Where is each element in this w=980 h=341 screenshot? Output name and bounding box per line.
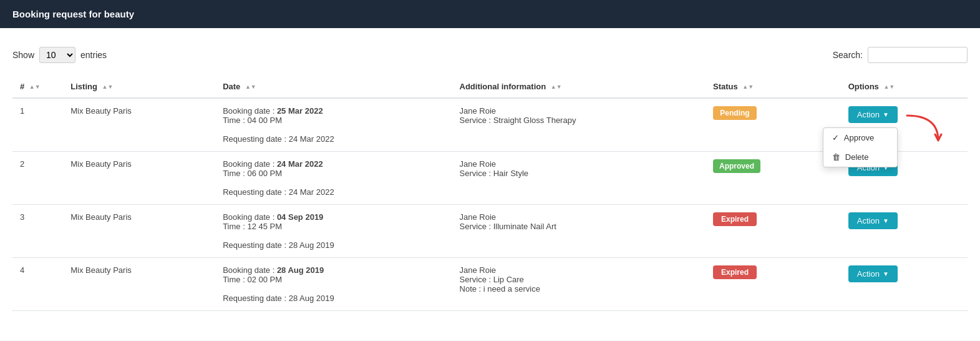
cell-status: Expired — [706, 205, 841, 258]
sort-icon-num[interactable]: ▲▼ — [29, 84, 41, 90]
search-box: Search: — [833, 47, 968, 63]
search-label: Search: — [833, 50, 863, 60]
action-button[interactable]: Action ▼ — [848, 212, 898, 229]
cell-status: Approved — [706, 152, 841, 205]
status-badge: Expired — [713, 265, 757, 279]
main-content: Show 10 25 50 100 entries Search: # ▲▼ L… — [0, 28, 980, 340]
cell-info: Jane RoieService : Straight Gloss Therap… — [452, 98, 706, 152]
table-row: 1Mix Beauty Paris Booking date : 25 Mar … — [12, 98, 968, 152]
col-header-num: # ▲▼ — [12, 76, 63, 98]
cell-options: Action ▼ — [841, 205, 968, 258]
bookings-table: # ▲▼ Listing ▲▼ Date ▲▼ Additional infor… — [12, 76, 968, 311]
show-label: Show — [12, 50, 34, 60]
cell-date: Booking date : 28 Aug 2019 Time : 02 00 … — [215, 258, 452, 311]
status-badge: Approved — [713, 159, 760, 173]
col-header-info: Additional information ▲▼ — [452, 76, 706, 98]
cell-num: 3 — [12, 205, 63, 258]
cell-info: Jane RoieService : Hair Style — [452, 152, 706, 205]
table-row: 4Mix Beauty Paris Booking date : 28 Aug … — [12, 258, 968, 311]
cell-listing: Mix Beauty Paris — [63, 152, 215, 205]
sort-icon-date[interactable]: ▲▼ — [245, 84, 256, 90]
action-wrapper: Action ▼✓ Approve🗑 Delete — [848, 106, 898, 123]
caret-icon: ▼ — [883, 270, 889, 277]
cell-options: Action ▼ — [841, 258, 968, 311]
cell-options: Action ▼✓ Approve🗑 Delete — [841, 98, 968, 152]
action-button[interactable]: Action ▼ — [848, 265, 898, 282]
delete-menu-item[interactable]: 🗑 Delete — [823, 147, 897, 167]
cell-date: Booking date : 25 Mar 2022 Time : 04 00 … — [215, 98, 452, 152]
sort-icon-listing[interactable]: ▲▼ — [102, 84, 114, 90]
search-input[interactable] — [868, 47, 968, 63]
status-badge: Pending — [713, 106, 757, 120]
sort-icon-options[interactable]: ▲▼ — [883, 84, 895, 90]
col-header-date: Date ▲▼ — [215, 76, 452, 98]
cell-num: 2 — [12, 152, 63, 205]
cell-listing: Mix Beauty Paris — [63, 205, 215, 258]
cell-info: Jane RoieService : Lip CareNote : i need… — [452, 258, 706, 311]
cell-num: 1 — [12, 98, 63, 152]
cell-info: Jane RoieService : Illuminate Nail Art — [452, 205, 706, 258]
cell-status: Pending — [706, 98, 841, 152]
cell-status: Expired — [706, 258, 841, 311]
cell-num: 4 — [12, 258, 63, 311]
action-wrapper: Action ▼ — [848, 212, 898, 229]
caret-icon: ▼ — [883, 217, 889, 224]
action-dropdown: ✓ Approve🗑 Delete — [823, 127, 898, 167]
sort-icon-info[interactable]: ▲▼ — [551, 84, 562, 90]
page-title: Booking request for beauty — [12, 9, 134, 19]
action-button[interactable]: Action ▼ — [848, 106, 898, 123]
col-header-options: Options ▲▼ — [841, 76, 968, 98]
cell-date: Booking date : 24 Mar 2022 Time : 06 00 … — [215, 152, 452, 205]
cell-date: Booking date : 04 Sep 2019 Time : 12 45 … — [215, 205, 452, 258]
check-icon: ✓ — [832, 133, 839, 142]
cell-listing: Mix Beauty Paris — [63, 258, 215, 311]
col-header-listing: Listing ▲▼ — [63, 76, 215, 98]
sort-icon-status[interactable]: ▲▼ — [742, 84, 754, 90]
page-header: Booking request for beauty — [0, 0, 980, 28]
entries-select[interactable]: 10 25 50 100 — [39, 47, 75, 63]
arrow-indicator — [901, 112, 951, 156]
col-header-status: Status ▲▼ — [706, 76, 841, 98]
approve-menu-item[interactable]: ✓ Approve — [823, 128, 897, 147]
action-wrapper: Action ▼ — [848, 265, 898, 282]
trash-icon: 🗑 — [832, 152, 840, 162]
cell-listing: Mix Beauty Paris — [63, 98, 215, 152]
entries-label: entries — [80, 50, 107, 60]
caret-icon: ▼ — [883, 111, 889, 118]
top-controls: Show 10 25 50 100 entries Search: — [12, 47, 968, 63]
table-row: 3Mix Beauty Paris Booking date : 04 Sep … — [12, 205, 968, 258]
show-entries: Show 10 25 50 100 entries — [12, 47, 107, 63]
status-badge: Expired — [713, 212, 757, 226]
